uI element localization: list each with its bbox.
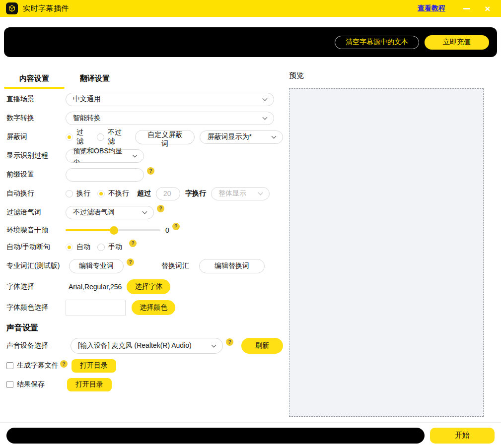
font-color-label: 字体颜色选择 [6, 303, 66, 312]
chevron-down-icon [258, 190, 263, 195]
minimize-icon [463, 8, 470, 9]
auto-break-radio[interactable]: 自动 [66, 243, 90, 252]
start-button[interactable]: 开始 [430, 428, 495, 444]
sentence-break-help-icon[interactable]: ? [129, 240, 137, 247]
chevron-down-icon [212, 342, 216, 347]
settings-panel: 内容设置 翻译设置 直播场景 中文通用 数字转换 智能转换 [0, 67, 283, 417]
radio-manual-label: 手动 [108, 243, 122, 252]
tab-translation-settings[interactable]: 翻译设置 [65, 67, 125, 90]
chevron-down-icon [263, 115, 268, 120]
edit-replace-vocab-button[interactable]: 编辑替换词 [199, 259, 265, 273]
result-save-label: 结果保存 [17, 380, 67, 389]
vocab-row: 专业词汇(测试版) 编辑专业词 ? 替换词汇 编辑替换词 [6, 256, 283, 276]
number-convert-select[interactable]: 智能转换 [66, 112, 274, 125]
prefix-input[interactable] [66, 168, 144, 182]
filler-filter-row: 过滤语气词 不过滤语气词 ? [6, 203, 283, 222]
blocked-words-display-select[interactable]: 屏蔽词显示为* [200, 130, 283, 144]
choose-font-button[interactable]: 选择字体 [127, 279, 170, 294]
radio-checked-icon [66, 133, 73, 141]
preview-panel: 预览 [283, 67, 501, 417]
live-scene-value: 中文通用 [73, 95, 101, 104]
blocked-words-filter-radio[interactable]: 过滤 [66, 128, 90, 146]
radio-unchecked-icon [66, 190, 73, 197]
live-scene-select[interactable]: 中文通用 [66, 93, 274, 106]
show-process-row: 显示识别过程 预览和OBS均显示 [6, 146, 283, 165]
wrap-radio[interactable]: 换行 [66, 189, 90, 198]
close-icon: × [485, 4, 490, 13]
sound-device-help-icon[interactable]: ? [226, 338, 233, 346]
number-convert-row: 数字转换 智能转换 [6, 109, 283, 128]
font-select-label: 字体选择 [6, 282, 66, 291]
radio-nowrap-label: 不换行 [108, 189, 129, 198]
filler-filter-label: 过滤语气词 [6, 208, 66, 217]
radio-unchecked-icon [97, 244, 105, 251]
radio-checked-icon [97, 190, 105, 197]
noise-slider-fill [66, 229, 114, 231]
subtitle-file-label: 生成字幕文件 [17, 361, 59, 370]
open-result-dir-button[interactable]: 打开目录 [67, 378, 112, 391]
sound-device-row: 声音设备选择 [输入设备] 麦克风 (Realtek(R) Audio) ? 刷… [6, 335, 283, 356]
title-bar: 实时字幕插件 查看教程 × [0, 0, 501, 17]
recharge-button[interactable]: 立即充值 [425, 35, 489, 50]
open-subtitle-dir-button[interactable]: 打开目录 [72, 359, 116, 373]
sound-settings-header: 声音设置 [6, 323, 283, 333]
char-wrap-label: 字换行 [185, 189, 206, 198]
chevron-down-icon [272, 133, 277, 138]
choose-color-button[interactable]: 选择颜色 [132, 300, 175, 315]
nowrap-radio[interactable]: 不换行 [97, 189, 129, 198]
noise-slider[interactable] [66, 226, 160, 234]
prefix-row: 前缀设置 ? [6, 165, 283, 184]
blocked-words-nofilter-radio[interactable]: 不过滤 [97, 128, 128, 146]
result-save-checkbox[interactable] [6, 381, 13, 388]
clear-subtitle-source-button[interactable]: 清空字幕源中的文本 [335, 36, 419, 49]
show-process-select[interactable]: 预览和OBS均显示 [66, 149, 144, 163]
blocked-words-display-value: 屏蔽词显示为* [207, 132, 251, 141]
footer-bar: 开始 [0, 422, 501, 448]
radio-wrap-label: 换行 [76, 189, 90, 198]
sound-device-select[interactable]: [输入设备] 麦克风 (Realtek(R) Audio) [71, 338, 223, 354]
manual-break-radio[interactable]: 手动 [97, 243, 122, 252]
filler-filter-select[interactable]: 不过滤语气词 [66, 206, 154, 219]
preview-label: 预览 [289, 71, 501, 80]
subtitle-file-row: 生成字幕文件 ? 打开目录 [6, 356, 283, 375]
blocked-words-row: 屏蔽词 过滤 不过滤 自定义屏蔽词 屏蔽词显示为* [6, 128, 283, 146]
pro-vocab-help-icon[interactable]: ? [127, 258, 134, 266]
radio-checked-icon [66, 244, 73, 251]
current-font-link[interactable]: Arial,Regular,256 [69, 283, 122, 291]
refresh-device-button[interactable]: 刷新 [241, 338, 283, 354]
number-convert-label: 数字转换 [6, 114, 66, 123]
radio-nofilter-label: 不过滤 [108, 128, 128, 146]
subtitle-file-checkbox[interactable] [6, 362, 13, 369]
wrap-count-input[interactable] [156, 187, 180, 200]
font-color-input[interactable] [66, 300, 126, 316]
chevron-down-icon [263, 96, 268, 101]
filler-filter-help-icon[interactable]: ? [157, 205, 164, 212]
chevron-down-icon [133, 152, 138, 157]
over-label: 超过 [137, 189, 151, 198]
font-select-row: 字体选择 Arial,Regular,256 选择字体 [6, 276, 283, 297]
auto-wrap-row: 自动换行 换行 不换行 超过 字换行 整体显示 [6, 184, 283, 203]
wrap-mode-select[interactable]: 整体显示 [211, 187, 270, 200]
edit-pro-vocab-button[interactable]: 编辑专业词 [69, 259, 124, 273]
sentence-break-row: 自动/手动断句 自动 手动 ? [6, 239, 283, 256]
show-process-value: 预览和OBS均显示 [73, 147, 129, 165]
blocked-words-label: 屏蔽词 [6, 132, 66, 141]
result-save-row: 结果保存 打开目录 [6, 375, 283, 394]
noise-help-icon[interactable]: ? [172, 223, 180, 230]
pro-vocab-label: 专业词汇(测试版) [6, 261, 69, 270]
tutorial-link[interactable]: 查看教程 [418, 4, 445, 13]
prefix-label: 前缀设置 [6, 170, 66, 179]
tab-content-settings[interactable]: 内容设置 [4, 67, 65, 90]
sound-device-label: 声音设备选择 [6, 341, 71, 350]
status-bar [6, 428, 425, 444]
custom-blocked-words-button[interactable]: 自定义屏蔽词 [135, 130, 195, 144]
app-logo-icon [6, 2, 18, 14]
noise-slider-thumb[interactable] [110, 226, 118, 235]
subtitle-file-help-icon[interactable]: ? [60, 360, 68, 368]
app-title: 实时字幕插件 [23, 4, 69, 13]
prefix-help-icon[interactable]: ? [147, 167, 154, 175]
close-button[interactable]: × [480, 2, 495, 15]
noise-label: 环境噪音干预 [6, 226, 66, 235]
minimize-button[interactable] [459, 2, 474, 15]
auto-wrap-label: 自动换行 [6, 189, 66, 198]
